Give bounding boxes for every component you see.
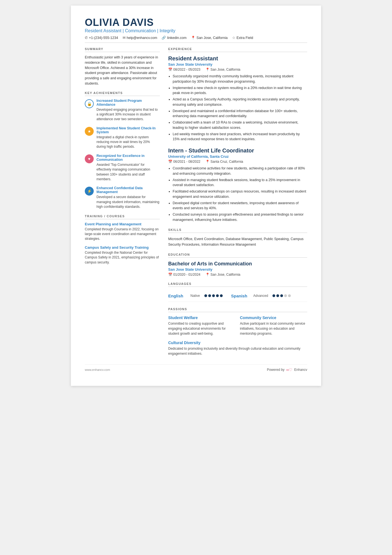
- language-name: Spanish: [231, 293, 250, 298]
- achievement-title: Recognized for Excellence in Communicati…: [96, 154, 160, 162]
- summary-text: Enthusiastic junior with 3 years of expe…: [85, 55, 160, 86]
- exp-bullet: Acted as a Campus Security Authority, re…: [173, 97, 307, 107]
- lang-dot: [276, 294, 279, 297]
- exp-location: 📍 San Jose, California: [205, 68, 240, 71]
- languages-section-title: LANGUAGES: [168, 282, 307, 287]
- edu-location: 📍 San Jose, California: [205, 273, 240, 277]
- contact-item: ☆Extra Field: [232, 36, 253, 40]
- passion-desc: Committed to creating supportive and eng…: [168, 321, 235, 336]
- footer-brand: Powered by ∞♡ Enhancv: [267, 367, 307, 372]
- experience-block: Resident Assistant San Jose State Univer…: [168, 55, 307, 142]
- contact-text: help@enhancv.com: [127, 36, 157, 40]
- edu-school: San Jose State University: [168, 267, 307, 272]
- main-content: SUMMARY Enthusiastic junior with 3 years…: [85, 47, 307, 356]
- education-block: Bachelor of Arts in Communication San Jo…: [168, 261, 307, 277]
- exp-bullet: Conducted surveys to assess program effe…: [173, 212, 307, 223]
- exp-bullet: Implemented a new check-in system result…: [173, 85, 307, 96]
- language-name: English: [168, 293, 188, 298]
- achievement-title: Enhanced Confidential Data Management: [96, 186, 160, 194]
- candidate-name: OLIVIA DAVIS: [85, 17, 307, 28]
- language-dots: [272, 294, 291, 297]
- exp-bullet: Led weekly meetings to share best practi…: [173, 132, 307, 142]
- exp-meta: 📅 08/2022 - 05/2023 📍 San Jose, Californ…: [168, 68, 307, 71]
- passion-desc: Active participant in local community se…: [240, 321, 307, 336]
- exp-location: 📍 Santa Cruz, California: [205, 160, 243, 164]
- achievement-item: 🔒 Increased Student Program Attendance D…: [85, 99, 160, 122]
- language-level: Advanced: [253, 294, 268, 298]
- powered-by-label: Powered by: [267, 368, 284, 372]
- lang-dot: [272, 294, 275, 297]
- language-dots: [204, 294, 223, 297]
- brand-name: Enhancv: [294, 368, 307, 372]
- right-column: EXPERIENCE Resident Assistant San Jose S…: [168, 47, 307, 356]
- achievement-desc: Developed a secure database for managing…: [96, 195, 160, 209]
- passion-desc: Dedicated to promoting inclusivity and d…: [168, 346, 307, 356]
- contact-text: +1-(234)-555-1234: [89, 36, 118, 40]
- enhancv-logo-icon: ∞♡: [286, 367, 292, 372]
- lang-dot: [208, 294, 211, 297]
- header: OLIVIA DAVIS Resident Assistant | Commun…: [85, 17, 307, 43]
- passion-item: Student Welfare Committed to creating su…: [168, 315, 235, 336]
- summary-section-title: SUMMARY: [85, 47, 160, 52]
- skills-section-title: SKILLS: [168, 228, 307, 233]
- passions-grid: Student Welfare Committed to creating su…: [168, 315, 307, 356]
- candidate-subtitle: Resident Assistant | Communication | Int…: [85, 28, 307, 33]
- contact-item: ✉help@enhancv.com: [123, 36, 157, 40]
- lang-dot: [216, 294, 219, 297]
- lang-dot: [212, 294, 215, 297]
- exp-bullet: Developed digital content for student ne…: [173, 201, 307, 211]
- language-item: Spanish Advanced: [231, 293, 291, 298]
- exp-job-title: Resident Assistant: [168, 55, 307, 62]
- contact-bar: ✆+1-(234)-555-1234✉help@enhancv.com🔗link…: [85, 36, 307, 43]
- experience-section-title: EXPERIENCE: [168, 47, 307, 52]
- exp-bullets-list: Successfully organized monthly community…: [168, 74, 307, 142]
- achievements-section-title: KEY ACHIEVEMENTS: [85, 91, 160, 96]
- achievement-icon: ★: [85, 127, 94, 136]
- passion-item: Cultural Diversity Dedicated to promotin…: [168, 341, 307, 356]
- achievement-title: Increased Student Program Attendance: [96, 99, 160, 107]
- achievement-content: Enhanced Confidential Data Management De…: [96, 186, 160, 209]
- exp-bullet: Collaborated with a team of 10 RAs to cr…: [173, 120, 307, 130]
- experience-list: Resident Assistant San Jose State Univer…: [168, 55, 307, 223]
- experience-block: Intern - Student Life Coordinator Univer…: [168, 147, 307, 223]
- location-icon: 📍: [191, 36, 195, 40]
- training-title: Campus Safety and Security Training: [85, 245, 160, 250]
- achievement-content: Recognized for Excellence in Communicati…: [96, 154, 160, 182]
- achievement-desc: Integrated a digital check-in system red…: [96, 135, 160, 149]
- contact-text: Extra Field: [237, 36, 253, 40]
- language-level: Native: [190, 294, 200, 298]
- lang-dot: [220, 294, 223, 297]
- education-list: Bachelor of Arts in Communication San Jo…: [168, 261, 307, 277]
- star-icon: ☆: [232, 36, 235, 40]
- languages-list: English Native Spanish Advanced: [168, 290, 307, 302]
- achievement-item: ⚡ Enhanced Confidential Data Management …: [85, 186, 160, 209]
- lang-dot: [280, 294, 283, 297]
- training-desc: Completed through Coursera in 2022, focu…: [85, 227, 160, 241]
- training-section-title: TRAINING / COURSES: [85, 214, 160, 219]
- exp-bullet: Successfully organized monthly community…: [173, 74, 307, 84]
- achievement-content: Implemented New Student Check-In System …: [96, 126, 160, 149]
- achievement-item: ♥ Recognized for Excellence in Communica…: [85, 154, 160, 182]
- lang-dot: [288, 294, 291, 297]
- achievement-desc: Awarded 'Top Communicator' for effective…: [96, 162, 160, 182]
- achievement-content: Increased Student Program Attendance Dev…: [96, 99, 160, 122]
- achievement-title: Implemented New Student Check-In System: [96, 126, 160, 134]
- exp-meta: 📅 06/2021 - 08/2022 📍 Santa Cruz, Califo…: [168, 160, 307, 164]
- achievements-list: 🔒 Increased Student Program Attendance D…: [85, 99, 160, 209]
- achievement-icon: ⚡: [85, 187, 94, 196]
- passion-title: Student Welfare: [168, 315, 235, 320]
- contact-item: ✆+1-(234)-555-1234: [85, 36, 118, 40]
- exp-bullet: Assisted in managing student feedback se…: [173, 177, 307, 188]
- exp-job-title: Intern - Student Life Coordinator: [168, 147, 307, 154]
- edu-date: 📅 01/2020 - 01/2024: [168, 273, 200, 277]
- passions-list: Student Welfare Committed to creating su…: [168, 315, 307, 356]
- resume-page: OLIVIA DAVIS Resident Assistant | Commun…: [71, 6, 321, 386]
- language-item: English Native: [168, 293, 223, 298]
- passion-item: Community Service Active participant in …: [240, 315, 307, 336]
- achievement-item: ★ Implemented New Student Check-In Syste…: [85, 126, 160, 149]
- left-column: SUMMARY Enthusiastic junior with 3 years…: [85, 47, 160, 356]
- edu-degree: Bachelor of Arts in Communication: [168, 261, 307, 267]
- achievement-icon: 🔒: [85, 99, 94, 108]
- training-list: Event Planning and Management Completed …: [85, 222, 160, 265]
- footer-website: www.enhancv.com: [85, 368, 110, 371]
